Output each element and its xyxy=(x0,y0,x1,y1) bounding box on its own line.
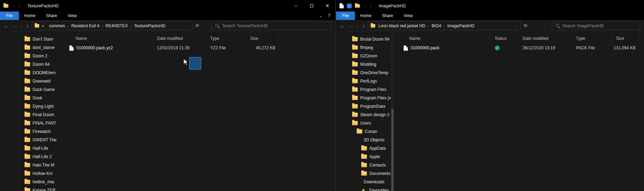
search-box[interactable] xyxy=(212,21,331,30)
tree-folder-item[interactable]: Downwell xyxy=(0,77,62,85)
tree-folder-item[interactable]: ffmpeg xyxy=(336,43,394,52)
file-icon xyxy=(69,45,74,51)
breadcrumb[interactable]: « commonResident Evil 4RE4HDTEXTexturePa… xyxy=(32,21,192,30)
folder-icon xyxy=(25,62,30,66)
folder-icon xyxy=(25,71,30,75)
column-header-size[interactable]: Size xyxy=(245,35,279,42)
column-header-name[interactable]: Name xyxy=(67,35,152,42)
tree-folder-item[interactable]: Contacts xyxy=(336,161,394,169)
folder-icon xyxy=(25,163,30,167)
breadcrumb-segment[interactable]: RE4HDTEX xyxy=(103,23,130,28)
scrollbar-thumb[interactable] xyxy=(391,109,393,191)
tree-folder-item[interactable]: Doom 2 xyxy=(0,52,62,60)
tab-share[interactable]: Share xyxy=(41,12,62,20)
search-input[interactable] xyxy=(222,23,328,28)
expand-ribbon-icon[interactable]: ⌄ xyxy=(319,14,322,18)
tree-folder-item[interactable]: Firewatch xyxy=(0,127,62,136)
tree-folder-item[interactable]: Program Files (x xyxy=(336,94,394,102)
tree-folder-item[interactable]: Half-Life 2 xyxy=(0,153,62,161)
tree-folder-item[interactable]: Dying Light xyxy=(0,102,62,111)
tree-folder-item[interactable]: Documents xyxy=(336,169,394,178)
maximize-button[interactable] xyxy=(304,0,320,12)
breadcrumb-segment[interactable]: Resident Evil 4 xyxy=(69,23,102,28)
quick-access-chevron-icon[interactable]: ⌄ xyxy=(363,2,368,10)
column-header-size[interactable]: Size xyxy=(611,35,640,42)
tab-home[interactable]: Home xyxy=(355,12,377,20)
tree-folder-item[interactable]: PerfLogs xyxy=(336,77,394,85)
breadcrumb-overflow-icon[interactable]: « xyxy=(40,23,46,28)
up-button[interactable]: ↑ xyxy=(359,22,368,30)
search-icon xyxy=(215,23,220,28)
tree-folder-item[interactable]: Apple xyxy=(336,153,394,161)
tree-folder-item[interactable]: hotline_mia xyxy=(0,178,62,186)
breadcrumb-segment[interactable]: common xyxy=(47,23,68,28)
tree-folder-item[interactable]: DOOMEtern xyxy=(0,69,62,77)
close-button[interactable]: ✕ xyxy=(320,0,335,12)
tree-folder-item[interactable]: Dusk xyxy=(0,94,62,102)
tree-folder-item[interactable]: GZDoom xyxy=(336,52,394,60)
file-menu-button[interactable]: File xyxy=(0,12,19,20)
column-header-type[interactable]: Type xyxy=(205,35,245,42)
file-menu-button[interactable]: File xyxy=(336,12,355,20)
up-button[interactable]: ↑ xyxy=(23,22,32,30)
quick-access-chevron-icon[interactable]: ⌄ xyxy=(12,2,16,10)
sidebar-scrollbar[interactable] xyxy=(391,32,394,191)
minimize-button[interactable]: – xyxy=(288,0,304,12)
tab-share[interactable]: Share xyxy=(377,12,398,20)
forward-button[interactable]: → xyxy=(347,22,355,30)
tree-folder-item[interactable]: Duck Game xyxy=(0,85,62,94)
back-button[interactable]: ← xyxy=(2,22,11,30)
breadcrumb-segment[interactable]: ImagePackHD xyxy=(445,23,477,28)
tree-folder-item[interactable]: Program Files xyxy=(336,85,394,94)
column-header-type[interactable]: Type xyxy=(571,35,611,42)
file-row[interactable]: 01000000.pack ✓ 26/12/2020 13:19 PACK Fi… xyxy=(401,43,644,53)
folder-icon xyxy=(352,37,358,41)
breadcrumb-segment[interactable]: BIO4 xyxy=(429,23,444,28)
tree-folder-item[interactable]: Modding xyxy=(336,60,394,69)
tab-view[interactable]: View xyxy=(62,12,82,20)
tree-folder-item[interactable]: ProgramData xyxy=(336,102,394,111)
help-icon[interactable]: ? xyxy=(328,13,330,18)
tab-view[interactable]: View xyxy=(398,12,418,20)
breadcrumb-segment[interactable]: TexturePacksHD xyxy=(132,23,168,28)
tree-folder-item[interactable]: Hollow Kni xyxy=(0,169,62,178)
tree-folder-item[interactable]: Conan xyxy=(336,127,394,136)
folder-icon xyxy=(352,96,358,100)
address-dropdown-icon[interactable]: ⌄ xyxy=(185,24,190,28)
tree-folder-item[interactable]: Users xyxy=(336,119,394,127)
tree-folder-item[interactable]: Halo The M xyxy=(0,161,62,169)
forward-button[interactable]: → xyxy=(11,22,19,30)
refresh-button[interactable]: ⟳ xyxy=(521,22,530,30)
tree-folder-item[interactable]: dont_starve xyxy=(0,43,62,52)
tree-folder-item[interactable]: Final Doom xyxy=(0,111,62,119)
column-header-date-modified[interactable]: Date modified xyxy=(518,35,571,42)
column-header-date-modified[interactable]: Date modified xyxy=(152,35,205,42)
tree-folder-item[interactable]: Downloads xyxy=(336,178,394,186)
file-row[interactable]: 01000000.pack.yz2 12/02/2019 21:35 YZ2 F… xyxy=(67,43,335,53)
recent-locations-chevron-icon[interactable]: ⌄ xyxy=(19,22,23,30)
tree-folder-item[interactable]: GWENT The xyxy=(0,136,62,144)
search-box[interactable] xyxy=(552,21,640,30)
address-dropdown-icon[interactable]: ⌄ xyxy=(513,24,519,28)
tree-folder-item[interactable]: OneDriveTemp xyxy=(336,69,394,77)
column-header-name[interactable]: Name xyxy=(401,35,490,42)
tree-folder-item[interactable]: 3D Objects xyxy=(336,136,394,144)
tree-folder-item[interactable]: Katana ZER xyxy=(0,186,62,191)
column-header-status[interactable]: Status xyxy=(490,35,518,42)
refresh-button[interactable]: ⟳ xyxy=(193,22,201,30)
breadcrumb[interactable]: Leon black red jacket HDBIO4ImagePackHD … xyxy=(368,21,521,30)
breadcrumb-segment[interactable]: Leon black red jacket HD xyxy=(376,23,428,28)
tab-home[interactable]: Home xyxy=(19,12,41,20)
tree-folder-item[interactable]: Favourites xyxy=(336,186,394,191)
search-input[interactable] xyxy=(562,23,637,28)
tree-folder-item[interactable]: Half-Life xyxy=(0,144,62,153)
tree-folder-item[interactable]: FINAL FANT xyxy=(0,119,62,127)
recent-locations-chevron-icon[interactable]: ⌄ xyxy=(355,22,359,30)
tree-folder-item[interactable]: Steam design 2 xyxy=(336,111,394,119)
tree-folder-item[interactable]: Doom 64 xyxy=(0,60,62,69)
tree-folder-item[interactable]: Don't Starv xyxy=(0,35,62,43)
back-button[interactable]: ← xyxy=(338,22,347,30)
tree-folder-item[interactable]: AppData xyxy=(336,144,394,153)
folder-icon xyxy=(352,62,358,66)
tree-folder-item[interactable]: Brutal Doom 64 xyxy=(336,35,394,43)
